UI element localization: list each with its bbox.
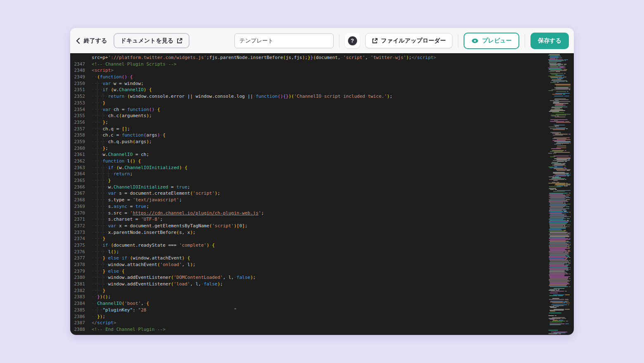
indent-guide <box>103 262 103 268</box>
code-text: ····}; <box>92 145 545 152</box>
line-number: 2360 <box>70 145 92 152</box>
indent-guide <box>103 165 103 171</box>
indent-guide <box>103 190 103 197</box>
indent-guide <box>103 113 103 119</box>
code-line: 2351····if·(w.ChannelIO)·{ <box>70 87 545 93</box>
code-text: ······var·s·=·document.createElement('sc… <box>92 190 545 197</box>
indent-guide <box>97 139 97 145</box>
indent-guide <box>97 132 97 139</box>
code-text: ····} <box>92 236 545 242</box>
indent-guide <box>97 203 97 210</box>
code-line: 2381······window.addEventListener('load'… <box>70 281 545 288</box>
indent-guide <box>97 87 97 93</box>
line-number: 2353 <box>70 100 92 106</box>
code-line: 2357····ch.q·=·[]; <box>70 126 545 132</box>
minimap[interactable] <box>547 53 571 335</box>
code-text: ······w.ChannelIOInitialized·=·true; <box>92 184 545 191</box>
indent-guide <box>103 93 103 100</box>
indent-guide <box>97 100 97 106</box>
toolbar: 終了する ドキュメントを見る ? ファイルアップローダー プレビュー 保存する <box>70 28 574 53</box>
code-line: 2387</script> <box>70 320 545 326</box>
indent-guide <box>97 307 97 314</box>
code-text: ······s.type·=·'text/javascript'; <box>92 197 545 203</box>
code-text: ······return·(window.console.error·||·wi… <box>92 93 545 100</box>
indent-guide <box>97 274 97 281</box>
indent-guide <box>97 268 97 275</box>
code-lines[interactable]: src=p+'://platform.twitter.com/widgets.j… <box>70 54 545 335</box>
code-text: ······l(); <box>92 249 545 255</box>
code-line: 2369······s.async·=·true; <box>70 203 545 210</box>
line-number <box>70 54 92 61</box>
indent-guide <box>97 216 97 223</box>
code-line: 2368······s.type·=·'text/javascript'; <box>70 197 545 203</box>
indent-guide <box>108 171 109 177</box>
code-text: ······window.addEventListener('DOMConten… <box>92 274 545 281</box>
line-number: 2388 <box>70 326 92 333</box>
editor-window-card: 終了する ドキュメントを見る ? ファイルアップローダー プレビュー 保存する … <box>70 28 574 335</box>
line-number: 2359 <box>70 139 92 145</box>
code-text: ····var·w·=·window; <box>92 80 545 87</box>
indent-guide <box>97 262 97 268</box>
line-number: 2357 <box>70 126 92 132</box>
code-line: 2350····var·w·=·window; <box>70 80 545 87</box>
line-number: 2379 <box>70 268 92 275</box>
line-number: 2381 <box>70 281 92 288</box>
exit-label: 終了する <box>84 37 107 45</box>
indent-guide <box>97 93 97 100</box>
indent-guide <box>103 216 103 223</box>
code-line: 2359······ch.q.push(args); <box>70 139 545 145</box>
line-number: 2383 <box>70 294 92 300</box>
code-editor[interactable]: src=p+'://platform.twitter.com/widgets.j… <box>70 53 574 335</box>
help-button[interactable]: ? <box>345 33 360 48</box>
line-number: 2361 <box>70 151 92 158</box>
file-uploader-button[interactable]: ファイルアップローダー <box>365 33 452 48</box>
code-text: ········return; <box>92 171 545 177</box>
code-text: ······s.src·=·'https://cdn.channel.io/pl… <box>92 210 545 217</box>
line-number: 2358 <box>70 132 92 139</box>
line-number: 2373 <box>70 229 92 236</box>
line-number: 2363 <box>70 165 92 171</box>
indent-guide <box>103 171 103 177</box>
code-line: 2380······window.addEventListener('DOMCo… <box>70 274 545 281</box>
code-text: ····ch.q·=·[]; <box>92 126 545 132</box>
line-number: 2371 <box>70 216 92 223</box>
code-line: 2385····"pluginKey":·"28 " <box>70 307 545 314</box>
code-line: 2383··})(); <box>70 294 545 300</box>
line-number: 2348 <box>70 67 92 74</box>
template-input[interactable] <box>234 33 334 48</box>
indent-guide <box>97 255 97 262</box>
code-line: 2375····if·(document.readyState·===·'com… <box>70 242 545 249</box>
external-link-icon <box>372 38 378 44</box>
indent-guide <box>97 145 97 152</box>
indent-guide <box>103 203 103 210</box>
indent-guide <box>97 229 97 236</box>
view-docs-button[interactable]: ドキュメントを見る <box>114 33 190 48</box>
help-icon: ? <box>348 36 357 45</box>
line-number: 2352 <box>70 93 92 100</box>
code-line: 2382····} <box>70 288 545 294</box>
indent-guide <box>97 210 97 217</box>
indent-guide <box>97 288 97 294</box>
indent-guide <box>97 281 97 288</box>
line-number: 2378 <box>70 262 92 268</box>
code-line: 2352······return·(window.console.error·|… <box>70 93 545 100</box>
indent-guide <box>103 210 103 217</box>
save-label: 保存する <box>538 37 561 44</box>
code-text: ····w.ChannelIO·=·ch; <box>92 151 545 158</box>
code-text: ····var·ch·=·function()·{ <box>92 106 545 113</box>
preview-button[interactable]: プレビュー <box>464 33 519 49</box>
code-text: ····"pluginKey":·"28 " <box>92 307 545 314</box>
code-line: 2367······var·s·=·document.createElement… <box>70 190 545 197</box>
save-button[interactable]: 保存する <box>530 33 569 49</box>
code-line: 2364········return; <box>70 171 545 177</box>
indent-guide <box>97 80 97 87</box>
view-docs-label: ドキュメントを見る <box>121 37 174 45</box>
indent-guide <box>97 158 97 165</box>
code-text: ······if·(w.ChannelIOInitialized)·{ <box>92 165 545 171</box>
code-line: 2358····ch.c·=·function(args)·{ <box>70 132 545 139</box>
code-text: ······s.charset·=·'UTF-8'; <box>92 216 545 223</box>
line-number: 2375 <box>70 242 92 249</box>
code-text: ······ch.q.push(args); <box>92 139 545 145</box>
code-text: </script> <box>92 320 545 326</box>
exit-button[interactable]: 終了する <box>75 35 108 46</box>
